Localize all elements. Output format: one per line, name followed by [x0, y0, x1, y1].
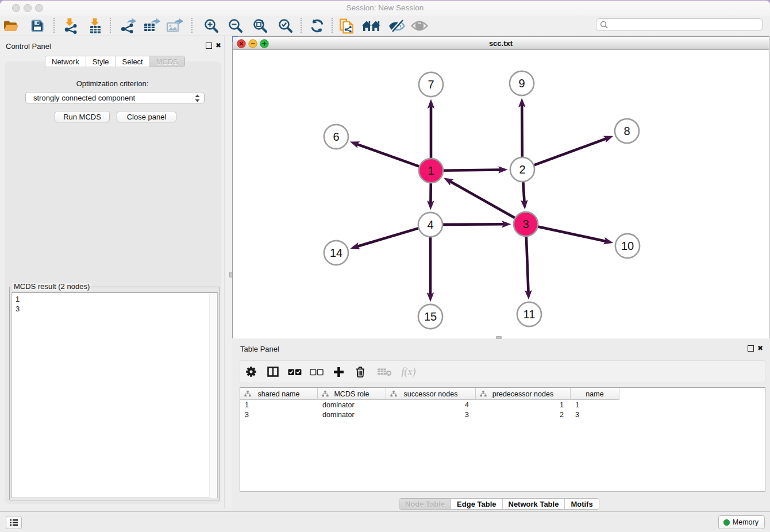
- table-row[interactable]: 1dominator411: [240, 400, 765, 410]
- select-chevrons-icon: [195, 94, 200, 102]
- show-all-button[interactable]: [410, 17, 429, 35]
- function-builder-button[interactable]: f(x): [395, 362, 422, 381]
- open-session-button[interactable]: [1, 17, 21, 35]
- add-column-button[interactable]: [328, 362, 349, 381]
- export-network-button[interactable]: [118, 17, 137, 35]
- table-cell[interactable]: 1: [245, 401, 249, 409]
- table-cell[interactable]: dominator: [322, 401, 355, 409]
- column-header-label: shared name: [258, 390, 300, 398]
- node-label-15: 15: [424, 310, 437, 323]
- hide-selected-button[interactable]: [387, 17, 406, 35]
- refresh-icon: [309, 18, 325, 34]
- table-cell[interactable]: 2: [476, 411, 564, 419]
- edge-3-11[interactable]: [526, 236, 529, 292]
- export-table-button[interactable]: [141, 17, 161, 35]
- table-cell[interactable]: 4: [386, 401, 469, 409]
- zoom-selected-icon: [278, 18, 294, 34]
- tab-motifs[interactable]: Motifs: [565, 499, 598, 509]
- zoom-fit-button[interactable]: [251, 17, 270, 35]
- table-settings-button[interactable]: [240, 362, 262, 381]
- node-label-11: 11: [523, 308, 536, 321]
- new-network-from-selection-button[interactable]: [337, 17, 357, 35]
- edge-1-2[interactable]: [442, 169, 500, 170]
- delete-column-button[interactable]: [349, 362, 371, 381]
- control-panel-tabs: Network Style Select MCDS: [45, 56, 185, 67]
- apply-layout-button[interactable]: [307, 17, 327, 35]
- first-neighbors-button[interactable]: [361, 17, 381, 35]
- network-graph[interactable]: 1234678910111415: [233, 51, 769, 338]
- column-header-successor-nodes[interactable]: successor nodes: [386, 388, 476, 400]
- copy-network-icon: [338, 17, 356, 34]
- table-panel-close-button[interactable]: ✖: [757, 345, 763, 352]
- table-cell[interactable]: 3: [386, 411, 469, 419]
- app-title: Session: New Session: [0, 3, 770, 12]
- export-table-icon: [142, 18, 160, 34]
- tab-node-table[interactable]: Node Table: [399, 499, 451, 509]
- export-image-button[interactable]: [164, 17, 184, 35]
- mcds-result-title: MCDS result (2 nodes): [12, 283, 91, 291]
- mcds-result-text[interactable]: 1 3: [11, 292, 218, 498]
- tab-network[interactable]: Network: [45, 56, 86, 67]
- criterion-value: strongly connected component: [33, 94, 135, 102]
- table-cell[interactable]: 1: [575, 401, 579, 409]
- mcds-result-scrollbar[interactable]: [209, 294, 217, 498]
- app-titlebar: Session: New Session: [0, 1, 770, 16]
- tab-edge-table[interactable]: Edge Table: [451, 499, 502, 509]
- network-canvas[interactable]: 1234678910111415: [233, 51, 769, 338]
- task-history-button[interactable]: [6, 516, 22, 529]
- column-type-icon: [244, 391, 251, 397]
- memory-button[interactable]: Memory: [718, 515, 765, 529]
- houses-icon: [361, 18, 381, 33]
- edge-3-10[interactable]: [537, 226, 607, 241]
- tab-mcds[interactable]: MCDS: [150, 56, 184, 67]
- column-header-label: name: [586, 390, 603, 398]
- edge-4-3[interactable]: [442, 224, 504, 225]
- table-cell[interactable]: dominator: [322, 411, 355, 419]
- tab-style[interactable]: Style: [86, 56, 116, 67]
- control-panel-float-button[interactable]: [206, 43, 212, 49]
- edge-4-14[interactable]: [357, 228, 419, 246]
- column-header-shared-name[interactable]: shared name: [240, 388, 318, 400]
- node-table[interactable]: shared nameMCDS rolesuccessor nodesprede…: [240, 387, 765, 492]
- search-box: [596, 18, 763, 31]
- zoom-selected-button[interactable]: [276, 17, 295, 35]
- close-panel-button[interactable]: Close panel: [117, 111, 176, 122]
- table-panel-float-button[interactable]: [748, 345, 754, 352]
- criterion-select[interactable]: strongly connected component: [25, 92, 205, 103]
- eye-slash-icon: [388, 18, 405, 34]
- search-input[interactable]: [609, 20, 762, 30]
- edge-1-6[interactable]: [356, 144, 420, 167]
- tab-network-table[interactable]: Network Table: [503, 499, 565, 509]
- table-cell[interactable]: 3: [245, 411, 249, 419]
- control-panel-close-button[interactable]: ✖: [215, 43, 221, 49]
- network-window-titlebar[interactable]: scc.txt: [233, 37, 769, 50]
- edge-2-8[interactable]: [533, 138, 607, 165]
- edge-2-3[interactable]: [523, 181, 524, 202]
- column-type-icon: [322, 391, 329, 397]
- import-network-button[interactable]: [60, 17, 80, 35]
- column-header-name[interactable]: name: [571, 388, 619, 400]
- select-all-columns-button[interactable]: [284, 362, 306, 381]
- save-session-button[interactable]: [28, 17, 47, 35]
- import-table-button[interactable]: [85, 17, 105, 35]
- edge-2-9[interactable]: [522, 105, 522, 157]
- vertical-splitter[interactable]: [225, 36, 232, 508]
- import-network-icon: [61, 18, 79, 34]
- zoom-fit-icon: [252, 18, 268, 34]
- table-panel: Table Panel ✖: [232, 339, 770, 511]
- column-header-predecessor-nodes[interactable]: predecessor nodes: [476, 388, 571, 400]
- split-columns-button[interactable]: [262, 362, 284, 381]
- deselect-all-columns-button[interactable]: [306, 362, 328, 381]
- zoom-in-button[interactable]: [202, 17, 221, 35]
- table-cell[interactable]: 1: [476, 401, 564, 409]
- zoom-out-button[interactable]: [226, 17, 245, 35]
- table-row[interactable]: 3dominator323: [240, 410, 765, 420]
- delete-table-button[interactable]: [374, 362, 395, 381]
- tab-select[interactable]: Select: [116, 56, 150, 67]
- trash-icon: [355, 366, 366, 378]
- table-cell[interactable]: 3: [575, 411, 579, 419]
- control-panel: Control Panel ✖ Network Style Select MCD…: [0, 36, 225, 508]
- edge-3-1[interactable]: [449, 181, 515, 218]
- run-mcds-button[interactable]: Run MCDS: [55, 111, 110, 122]
- column-header-MCDS-role[interactable]: MCDS role: [318, 388, 386, 400]
